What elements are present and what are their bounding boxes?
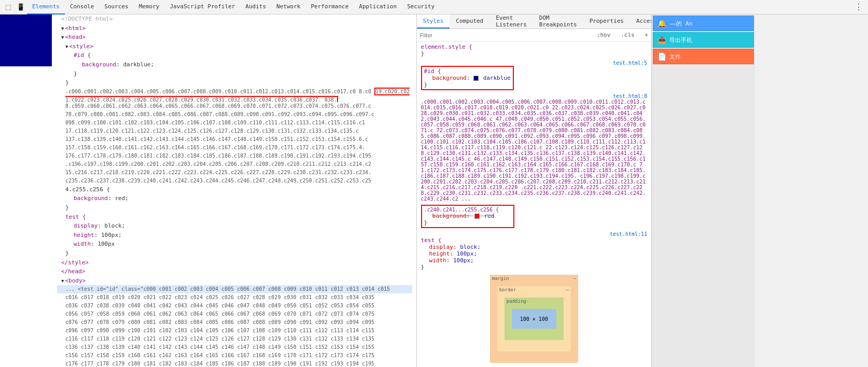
- tab-performance[interactable]: Performance: [305, 0, 354, 15]
- dom-line: 157.c158.c159.c160.c161.c162.c163.c164.c…: [57, 144, 412, 152]
- styles-tabs: Styles Computed Event Listeners DOM Brea…: [417, 15, 652, 29]
- tab-computed[interactable]: Computed: [450, 15, 489, 29]
- style-rule-long: test.html:8 .c000.c001.c002.c003.c004.c0…: [421, 93, 648, 202]
- dom-line: background: red;: [57, 194, 412, 203]
- notification-panel: 🔔 ——的 An 📤 导出手机 📄 文件: [651, 15, 755, 367]
- dom-line: .c196.c197.c198.c199.c200.c201.c202.c203…: [57, 160, 412, 168]
- inspect-icon[interactable]: ⬚: [2, 1, 15, 13]
- style-rule-id: test.html:5 #id { background: darkblue }: [421, 60, 648, 90]
- dom-panel: <!DOCTYPE html> ▼<html> ▼<head> ▼<style>…: [0, 15, 417, 367]
- box-model-diagram: margin – border – padding-: [490, 275, 578, 363]
- dom-line: 098.c099.c100.c101.c102.c103.c104.c105.c…: [57, 119, 412, 127]
- dom-line: 78.c079.c080.c081.c082.c083.c084.c085.c0…: [57, 110, 412, 119]
- rule-prop-red: background: red: [424, 213, 511, 219]
- notif-item-2[interactable]: 📤 导出手机: [653, 32, 754, 48]
- dom-line: c136 c137 c138 c139 c140 c141 c142 c143 …: [57, 343, 412, 351]
- dom-line: 137.c138.c139.c140.c141.c142.c143.c144.c…: [57, 135, 412, 144]
- dom-line: ▼<head>: [57, 33, 412, 42]
- tab-security[interactable]: Security: [402, 0, 440, 15]
- tab-audits[interactable]: Audits: [240, 0, 271, 15]
- rule-selector: element.style {: [421, 44, 472, 50]
- box-model-section: margin – border – padding-: [421, 275, 648, 363]
- tab-dom-breakpoints[interactable]: DOM Breakpoints: [533, 15, 583, 29]
- dom-line: c016 c017 c018 c019 c020 c021 c022 c023 …: [57, 293, 412, 302]
- notif-text-3: 文件: [669, 53, 681, 61]
- dom-line: background: darkblue;: [57, 60, 412, 69]
- tab-console[interactable]: Console: [65, 0, 99, 15]
- dom-line: }: [57, 78, 412, 88]
- device-icon[interactable]: 📱: [15, 1, 27, 13]
- dom-line: </style>: [57, 258, 412, 267]
- styles-filter-input[interactable]: [420, 32, 595, 38]
- border-dash: –: [566, 287, 568, 292]
- rule-selector-test: test {: [421, 237, 442, 244]
- rule-source[interactable]: test.html:5: [421, 60, 648, 66]
- dom-line: ▼<body>: [57, 276, 412, 286]
- rule-prop-display: display: block;: [421, 244, 648, 250]
- dom-line: c235.c236.c237.c238.c239.c240.c241.c242.…: [57, 177, 412, 185]
- color-swatch-red: [474, 214, 480, 219]
- border-label: border: [499, 287, 516, 292]
- tab-sources[interactable]: Sources: [99, 0, 133, 15]
- rule-prop: background: darkblue: [424, 75, 511, 81]
- style-rule-red: .c240.c241...c255.c256 { background: red…: [421, 205, 648, 228]
- tab-event-listeners[interactable]: Event Listeners: [489, 15, 533, 29]
- dom-line: <!DOCTYPE html>: [57, 15, 412, 24]
- dom-line: 17.c118.c119.c120.c121.c122.c123.c124.c1…: [57, 127, 412, 135]
- notif-item-3[interactable]: 📄 文件: [653, 49, 754, 64]
- dom-line: c116 c117 c118 c119 c120 c121 c122 c123 …: [57, 335, 412, 343]
- style-rule-element: element.style { }: [421, 44, 648, 57]
- more-options-icon[interactable]: ⋮: [851, 2, 866, 12]
- tab-application[interactable]: Application: [354, 0, 402, 15]
- dom-line: c176 c177 c178 c179 c180 c181 c182 c183 …: [57, 360, 412, 367]
- prop-value-darkblue: darkblue: [483, 75, 511, 81]
- tab-accessibility[interactable]: Accessibility: [630, 15, 651, 29]
- rule-selector-id: #id {: [424, 68, 441, 75]
- tab-memory[interactable]: Memory: [134, 0, 165, 15]
- styles-content: element.style { } test.html:5 #id { back…: [417, 41, 652, 367]
- export-icon: 📤: [657, 36, 666, 44]
- main-content: <!DOCTYPE html> ▼<html> ▼<head> ▼<style>…: [0, 15, 868, 367]
- tab-styles[interactable]: Styles: [417, 15, 450, 29]
- dom-line: }: [57, 69, 412, 79]
- rule-source-11[interactable]: test.html:11: [421, 231, 648, 237]
- dom-line: }: [57, 203, 412, 213]
- dom-line: height: 100px;: [57, 231, 412, 240]
- tab-js-profiler[interactable]: JavaScript Profiler: [164, 0, 240, 15]
- dom-line: 176.c177.c178.c179.c180.c181.c182.c183.c…: [57, 152, 412, 160]
- prop-value-red: red: [484, 213, 495, 219]
- dom-line: 4.c255.c256 {: [57, 185, 412, 194]
- notif-text-1: ——的 An: [669, 20, 692, 27]
- long-selector: .c000.c001.c002.c003.c004.c005.c006.c007…: [421, 99, 648, 202]
- notification-bell-icon: 🔔: [657, 19, 666, 27]
- dom-line: }: [57, 249, 412, 258]
- preview-element: [0, 15, 52, 66]
- tab-network[interactable]: Network: [271, 0, 305, 15]
- styles-panel: Styles Computed Event Listeners DOM Brea…: [417, 15, 652, 367]
- dom-line: c096 c097 c098 c099 c100 c101 c102 c103 …: [57, 327, 412, 335]
- dom-line: display: block;: [57, 221, 412, 231]
- dom-line: c056 c057 c058 c059 c060 c061 c062 c063 …: [57, 310, 412, 318]
- tab-elements[interactable]: Elements: [27, 0, 65, 15]
- rule-source-8[interactable]: test.html:8: [421, 93, 648, 99]
- dom-line: c036 c037 c038 c039 c040 c041 c042 c043 …: [57, 302, 412, 310]
- padding-label: padding-: [507, 299, 529, 304]
- dom-line: 8.c059.c060.c061.c062.c063.c064.c065.c06…: [57, 102, 412, 110]
- dom-line-selected[interactable]: ... <test id="id" class="c000 c001 c002 …: [57, 285, 412, 293]
- content-size-label: 100 × 100: [520, 316, 548, 322]
- dom-line: ▼<style>: [57, 42, 412, 51]
- margin-dash: –: [573, 276, 576, 281]
- tab-properties[interactable]: Properties: [583, 15, 630, 29]
- notif-item-1[interactable]: 🔔 ——的 An: [653, 16, 754, 31]
- rule-selector-long: .c240.c241...c255.c256 {: [424, 207, 511, 213]
- dom-line: test {: [57, 213, 412, 222]
- dom-line: ▼<html>: [57, 24, 412, 33]
- dom-line: </head>: [57, 267, 412, 276]
- dom-line: 15.c216.c217.c218.c219.c220.c221.c222.c2…: [57, 168, 412, 177]
- rule-brace: }: [421, 50, 425, 57]
- filter-pseudo-options[interactable]: :hov .cls +: [597, 32, 648, 38]
- dom-line: width: 100px: [57, 239, 412, 249]
- devtools-toolbar: ⬚ 📱 Elements Console Sources Memory Java…: [0, 0, 868, 15]
- dom-tree: <!DOCTYPE html> ▼<html> ▼<head> ▼<style>…: [0, 15, 416, 367]
- notif-text-2: 导出手机: [669, 36, 692, 44]
